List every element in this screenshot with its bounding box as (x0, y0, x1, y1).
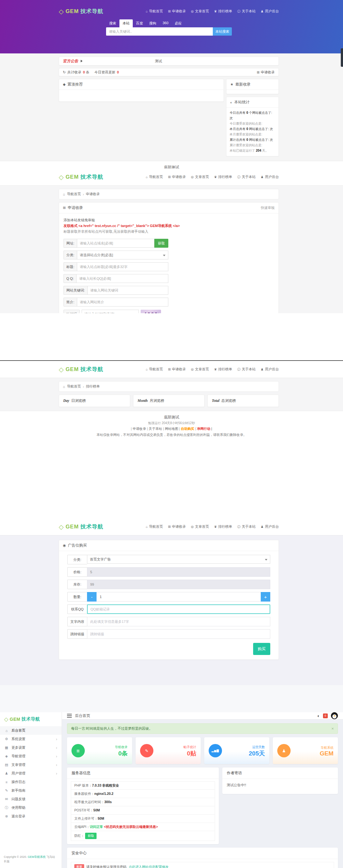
tab-360[interactable]: 360 (160, 20, 172, 27)
category-select[interactable]: 请选择站点分类[必选] (77, 251, 168, 259)
tab-search-label[interactable]: 搜索 (106, 20, 119, 27)
title-input[interactable] (77, 262, 168, 271)
admin-logo[interactable]: ◇ GEM技术导航 (0, 712, 62, 726)
config-link[interactable]: 点此进入网站信息配置修改 (129, 865, 169, 868)
server-row-cloud-api: 云端API：访问正常 <状态码失败无法获取云端最新消息> (71, 823, 215, 831)
server-info-card: 服务器信息 PHP 版本：7.0.33 非线程安全 服务器软件：nginx/1.… (67, 768, 219, 844)
ad-link-group: 跳转链接 (67, 629, 270, 639)
today-count: 0 (117, 70, 119, 74)
search-button[interactable]: 本站搜索 (213, 27, 232, 36)
message-badge[interactable]: 0 (323, 713, 328, 718)
ad-qq-input[interactable] (87, 604, 270, 614)
footer-link-about[interactable]: 关于本站 (146, 427, 162, 431)
sidebar-item-guide[interactable]: ✎新手指南 (0, 786, 62, 795)
nav-item-home[interactable]: ⌂导航首页 (146, 524, 163, 529)
nav-item-about[interactable]: ⓘ关于本站 (237, 367, 256, 372)
keywords-input[interactable] (87, 286, 168, 295)
nav-item-article[interactable]: ◎文章首页 (191, 524, 209, 529)
captcha-input[interactable] (81, 310, 139, 313)
sidebar-item-more-settings[interactable]: ▦更多设置› (0, 743, 62, 752)
nav-item-home[interactable]: ⌂导航首页 (146, 9, 163, 14)
breadcrumb: ⌂ 导航首页 申请收录 (59, 189, 279, 199)
breadcrumb-home[interactable]: 导航首页 (67, 192, 81, 196)
footer-link-cleannet[interactable]: 净网行动 (194, 427, 212, 431)
chevron-right-icon: › (56, 763, 57, 767)
search-input[interactable] (106, 27, 213, 36)
site-logo[interactable]: ◇ GEM技术导航 (59, 366, 103, 373)
ad-text-input[interactable] (87, 617, 270, 626)
qq-input[interactable] (76, 274, 168, 283)
nav-label: 文章首页 (195, 367, 209, 372)
nav-item-apply[interactable]: ⊞申请收录 (168, 175, 186, 179)
gem-system-link[interactable]: GEM导航系统 (28, 855, 46, 859)
author-message-card: 作者寄语 测试公告中!! (222, 768, 338, 794)
nav-item-rank[interactable]: ♛排行榜单 (214, 9, 232, 14)
quantity-minus-button[interactable]: - (87, 592, 97, 601)
desc-field-group: 简介: (64, 298, 168, 307)
sidebar-item-feedback[interactable]: ✉问题反馈 (0, 795, 62, 803)
nav-item-home[interactable]: ⌂导航首页 (146, 175, 163, 179)
sidebar-item-nav-manage[interactable]: ◈导航管理› (0, 752, 62, 761)
nav-item-about[interactable]: ⓘ关于本站 (237, 175, 256, 179)
nav-item-home[interactable]: ⌂导航首页 (146, 367, 163, 372)
footer-link-buy[interactable]: 自助购买 (178, 427, 194, 431)
theme-toggle-icon[interactable]: ◐ (317, 713, 320, 718)
nav-item-user[interactable]: ♟用户后台 (261, 9, 279, 14)
footer-link-sitemap[interactable]: 网站地图 (162, 427, 178, 431)
footer-link-apply[interactable]: 申请收录 (131, 427, 146, 431)
quick-review-label[interactable]: 快速审核 (261, 206, 275, 210)
sidebar-item-logs[interactable]: ≡操作日志 (0, 778, 62, 786)
tab-baidu[interactable]: 百度 (133, 20, 146, 27)
nav-item-about[interactable]: ⓘ关于本站 (237, 9, 256, 14)
sidebar-item-system-settings[interactable]: ⚙系统设置› (0, 735, 62, 743)
ad-category-select[interactable]: 首页文字广告 (87, 555, 270, 564)
nav-item-rank[interactable]: ♛排行榜单 (214, 367, 232, 372)
nav-item-rank[interactable]: ♛排行榜单 (214, 175, 232, 179)
buy-button[interactable]: 购买 (253, 643, 270, 655)
apply-link[interactable]: ⊞ 申请收录 (257, 70, 275, 75)
sidebar-item-help[interactable]: ⓘ使用帮助 (0, 803, 62, 812)
site-statistics-title: 本站统计 (234, 99, 250, 105)
rank-icon: ♛ (214, 525, 217, 528)
fetch-button[interactable]: 获取 (155, 239, 168, 248)
sidebar-item-dashboard[interactable]: ⌂后台首页 (0, 726, 62, 735)
quantity-plus-button[interactable]: + (261, 592, 270, 601)
fetch-antired-button[interactable]: 获取 (85, 833, 97, 839)
site-logo[interactable]: ◇ GEM技术导航 (59, 173, 103, 181)
chevron-right-icon: › (56, 737, 57, 741)
sidebar-item-logout[interactable]: ⊗退出登录 (0, 812, 62, 820)
log-icon: ≡ (4, 780, 8, 784)
nav-item-article[interactable]: ◎文章首页 (191, 175, 209, 179)
desc-input[interactable] (77, 298, 168, 307)
url-input[interactable] (77, 239, 155, 248)
floating-widget[interactable] (341, 48, 343, 67)
quantity-input[interactable] (97, 592, 261, 601)
nav-label: 文章首页 (195, 175, 209, 179)
tab-this-site[interactable]: 本站 (119, 20, 133, 27)
nav-label: 文章首页 (195, 524, 209, 529)
nav-item-user[interactable]: ♟用户后台 (261, 524, 279, 529)
nav-item-apply[interactable]: ⊞申请收录 (168, 9, 186, 14)
tab-sogou[interactable]: 搜狗 (146, 20, 160, 27)
nav-item-about[interactable]: ⓘ关于本站 (237, 524, 256, 529)
nav-item-apply[interactable]: ⊞申请收录 (168, 524, 186, 529)
breadcrumb-home[interactable]: 导航首页 (67, 384, 81, 389)
nav-item-apply[interactable]: ⊞申请收录 (168, 367, 186, 372)
qq-avatar[interactable] (331, 712, 338, 719)
nav-item-article[interactable]: ◎文章首页 (191, 367, 209, 372)
nav-item-article[interactable]: ◎文章首页 (191, 9, 209, 14)
sidebar-item-user-manage[interactable]: ♟用户管理› (0, 769, 62, 778)
announcement-text: 测试 (155, 59, 162, 64)
site-logo[interactable]: ◇ GEM技术导航 (59, 523, 103, 530)
ad-link-input[interactable] (87, 629, 270, 639)
nav-item-user[interactable]: ♟用户后台 (261, 367, 279, 372)
captcha-image[interactable]: 4283 (141, 310, 161, 313)
menu-toggle-icon[interactable] (67, 713, 72, 719)
nav-item-user[interactable]: ♟用户后台 (261, 175, 279, 179)
latest-card-title: 最新收录 (235, 82, 250, 87)
tab-bing[interactable]: 必应 (172, 20, 185, 27)
sidebar-item-article-manage[interactable]: ▤文章管理› (0, 761, 62, 769)
site-logo[interactable]: ◇ GEM技术导航 (59, 8, 103, 15)
nav-item-rank[interactable]: ♛排行榜单 (214, 524, 232, 529)
close-icon[interactable]: × (331, 726, 334, 731)
